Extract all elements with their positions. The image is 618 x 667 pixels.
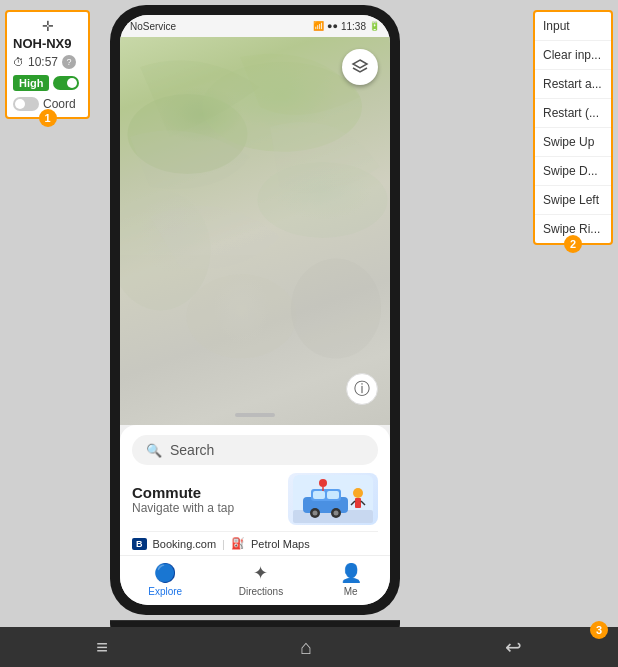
layers-icon bbox=[351, 58, 369, 76]
status-time: 11:38 bbox=[341, 21, 366, 32]
info-button[interactable]: ⓘ bbox=[346, 373, 378, 405]
clock-icon: ⏱ bbox=[13, 56, 24, 68]
svg-point-16 bbox=[334, 511, 339, 516]
high-toggle-switch[interactable] bbox=[53, 76, 79, 90]
svg-rect-12 bbox=[327, 491, 339, 499]
taskbar-home[interactable]: ⌂ bbox=[300, 636, 312, 659]
commute-car-svg bbox=[293, 475, 373, 523]
nav-explore[interactable]: 🔵 Explore bbox=[148, 562, 182, 597]
battery-icon: 🔋 bbox=[369, 21, 380, 31]
right-panel-item-swipe-left[interactable]: Swipe Left bbox=[535, 186, 611, 215]
right-panel: Input Clear inp... Restart a... Restart … bbox=[533, 10, 613, 245]
right-panel-item-swipe-up[interactable]: Swipe Up bbox=[535, 128, 611, 157]
bottom-sheet: 🔍 Search Commute Navigate with a tap bbox=[120, 425, 390, 555]
explore-icon: 🔵 bbox=[154, 562, 176, 584]
svg-marker-6 bbox=[353, 60, 367, 68]
signal-icon: ●● bbox=[327, 21, 338, 31]
commute-info: Commute Navigate with a tap bbox=[132, 484, 234, 515]
phone-frame: NoService 📶 ●● 11:38 🔋 bbox=[110, 5, 400, 615]
search-label: Search bbox=[170, 442, 214, 458]
left-panel-badge: 1 bbox=[39, 109, 57, 127]
right-panel-item-restart-a[interactable]: Restart a... bbox=[535, 70, 611, 99]
search-icon: 🔍 bbox=[146, 443, 162, 458]
drag-handle[interactable] bbox=[235, 413, 275, 417]
left-panel: ✛ NOH-NX9 ⏱ 10:57 ? High Coord 1 bbox=[5, 10, 90, 119]
svg-point-21 bbox=[319, 479, 327, 487]
info-icon: ⓘ bbox=[354, 379, 370, 400]
partner1-logo: B bbox=[132, 538, 147, 550]
commute-subtitle: Navigate with a tap bbox=[132, 501, 234, 515]
taskbar: ≡ ⌂ ↩ 3 bbox=[0, 627, 618, 667]
taskbar-menu[interactable]: ≡ bbox=[96, 636, 108, 659]
terrain-svg bbox=[120, 37, 390, 425]
right-panel-item-clear[interactable]: Clear inp... bbox=[535, 41, 611, 70]
svg-point-4 bbox=[187, 274, 297, 358]
high-badge: High bbox=[13, 75, 49, 91]
carrier-text: NoService bbox=[130, 21, 176, 32]
svg-point-14 bbox=[313, 511, 318, 516]
time-row: ⏱ 10:57 ? bbox=[13, 55, 82, 69]
commute-image bbox=[288, 473, 378, 525]
right-panel-item-input[interactable]: Input bbox=[535, 12, 611, 41]
svg-rect-18 bbox=[355, 498, 361, 508]
svg-point-5 bbox=[291, 259, 381, 359]
partner1-name: Booking.com bbox=[153, 538, 217, 550]
right-panel-item-restart-b[interactable]: Restart (... bbox=[535, 99, 611, 128]
device-name: NOH-NX9 bbox=[13, 36, 82, 51]
svg-rect-11 bbox=[313, 491, 325, 499]
nav-directions[interactable]: ✦ Directions bbox=[239, 562, 283, 597]
right-panel-badge: 2 bbox=[564, 235, 582, 253]
directions-icon: ✦ bbox=[253, 562, 268, 584]
partner-divider: | bbox=[222, 538, 225, 550]
partner-row: B Booking.com | ⛽ Petrol Maps bbox=[132, 531, 378, 555]
right-panel-item-swipe-d[interactable]: Swipe D... bbox=[535, 157, 611, 186]
me-icon: 👤 bbox=[340, 562, 362, 584]
commute-title: Commute bbox=[132, 484, 234, 501]
directions-label: Directions bbox=[239, 586, 283, 597]
coord-toggle-switch[interactable] bbox=[13, 97, 39, 111]
commute-card[interactable]: Commute Navigate with a tap bbox=[132, 473, 378, 525]
taskbar-back[interactable]: ↩ bbox=[505, 635, 522, 659]
explore-label: Explore bbox=[148, 586, 182, 597]
help-icon[interactable]: ? bbox=[62, 55, 76, 69]
nav-me[interactable]: 👤 Me bbox=[340, 562, 362, 597]
search-bar[interactable]: 🔍 Search bbox=[132, 435, 378, 465]
partner2-logo: ⛽ bbox=[231, 537, 245, 550]
move-handle[interactable]: ✛ bbox=[13, 18, 82, 34]
high-toggle-row: High bbox=[13, 75, 82, 91]
me-label: Me bbox=[344, 586, 358, 597]
layers-button[interactable] bbox=[342, 49, 378, 85]
map-area[interactable]: ⓘ bbox=[120, 37, 390, 425]
taskbar-badge: 3 bbox=[590, 621, 608, 639]
svg-point-17 bbox=[353, 488, 363, 498]
phone-screen: NoService 📶 ●● 11:38 🔋 bbox=[120, 15, 390, 605]
status-bar: NoService 📶 ●● 11:38 🔋 bbox=[120, 15, 390, 37]
time-value: 10:57 bbox=[28, 55, 58, 69]
wifi-icon: 📶 bbox=[313, 21, 324, 31]
partner2-name: Petrol Maps bbox=[251, 538, 310, 550]
bottom-nav: 🔵 Explore ✦ Directions 👤 Me bbox=[120, 555, 390, 605]
